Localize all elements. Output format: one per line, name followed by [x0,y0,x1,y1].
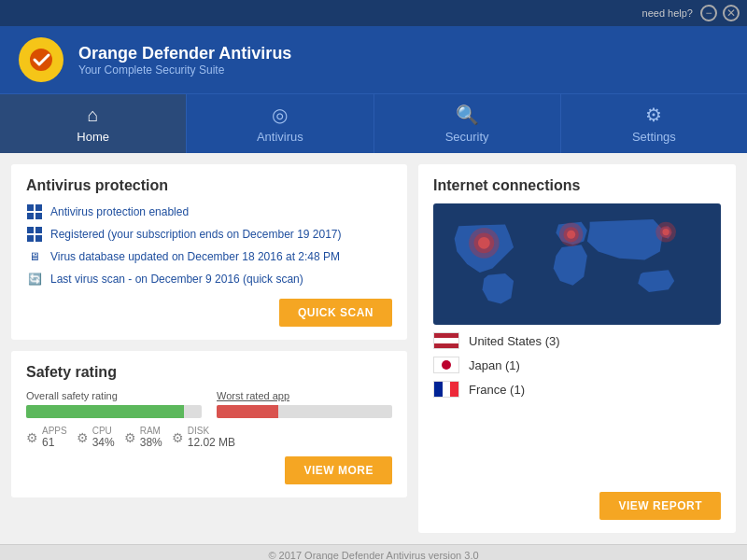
av-text-1: Antivirus protection enabled [50,205,189,218]
av-text-4: Last virus scan - on December 9 2016 (qu… [50,273,303,286]
overall-progress-fill [26,405,184,418]
clock-icon: 🔄 [26,271,43,287]
stat-disk: ⚙ DISK 12.02 MB [172,426,235,449]
stat-disk-text: DISK 12.02 MB [188,426,235,449]
internet-card: Internet connections [418,164,736,533]
ram-gear-icon: ⚙ [124,430,136,445]
antivirus-card: Antivirus protection Antivirus protectio… [11,164,407,340]
av-item-1: Antivirus protection enabled [26,203,392,220]
stat-ram-text: RAM 38% [140,426,162,449]
app-subtitle: Your Complete Security Suite [78,63,291,77]
home-icon: ⌂ [88,105,99,126]
help-label: need help? [642,7,693,19]
stat-apps: ⚙ APPS 61 [26,426,67,449]
disk-label: DISK [188,426,235,436]
cpu-label: CPU [92,426,115,436]
tab-home[interactable]: ⌂ Home [0,94,187,153]
stat-apps-text: APPS 61 [42,426,67,449]
app-logo [19,37,63,82]
tab-security[interactable]: 🔍 Security [374,94,561,153]
svg-point-0 [29,48,53,72]
cpu-value: 34% [92,436,115,449]
minimize-button[interactable]: − [700,5,717,21]
view-more-row: VIEW MORE [26,449,392,484]
world-map [433,203,721,325]
view-report-row: VIEW REPORT [433,481,721,520]
apps-label: APPS [42,426,67,436]
connection-fr: France (1) [433,381,721,398]
av-item-2: Registered (your subscription ends on De… [26,226,392,243]
flag-fr [433,381,459,398]
right-panel: Internet connections [418,164,736,533]
overall-label: Overall safety rating [26,390,202,401]
worst-col: Worst rated app [217,390,392,418]
tab-antivirus[interactable]: ◎ Antivirus [187,94,374,153]
footer-text: © 2017 Orange Defender Antivirus version… [268,550,478,560]
av-text-2: Registered (your subscription ends on De… [50,228,342,241]
main-content: Antivirus protection Antivirus protectio… [0,153,747,544]
close-button[interactable]: ✕ [723,5,740,21]
worst-progress-fill [217,405,278,418]
safety-bars-row: Overall safety rating Worst rated app [26,390,392,418]
quick-scan-row: QUICK SCAN [26,293,392,327]
worst-progress-bg [217,405,392,418]
header-text: Orange Defender Antivirus Your Complete … [78,44,291,77]
jp-label: Japan (1) [469,358,520,372]
stats-row: ⚙ APPS 61 ⚙ CPU 34% ⚙ RAM [26,426,392,449]
overall-progress-bg [26,405,202,418]
antivirus-icon: ◎ [272,104,288,126]
av-text-3: Virus database updated on December 18 20… [50,250,340,263]
stat-ram: ⚙ RAM 38% [124,426,162,449]
worst-label: Worst rated app [217,390,392,401]
tab-security-label: Security [445,130,489,144]
av-item-3: 🖥 Virus database updated on December 18 … [26,248,392,265]
window-controls: − ✕ [700,5,740,21]
windows-icon-1 [26,203,43,220]
view-more-button[interactable]: VIEW MORE [285,456,392,484]
footer: © 2017 Orange Defender Antivirus version… [0,544,747,560]
tab-home-label: Home [77,130,109,144]
cpu-gear-icon: ⚙ [77,430,89,445]
connection-us: United States (3) [433,332,721,349]
flag-us [433,332,459,349]
monitor-icon: 🖥 [26,248,43,265]
windows-icon-2 [26,226,43,243]
tab-settings[interactable]: ⚙ Settings [561,94,747,153]
left-panel: Antivirus protection Antivirus protectio… [11,164,407,533]
stat-cpu: ⚙ CPU 34% [77,426,115,449]
svg-point-4 [478,237,490,249]
safety-card: Safety rating Overall safety rating Wors… [11,351,407,497]
ram-value: 38% [140,436,162,449]
ram-label: RAM [140,426,162,436]
app-name: Orange Defender Antivirus [78,44,291,63]
view-report-button[interactable]: VIEW REPORT [599,492,721,520]
flag-jp [433,357,459,373]
jp-circle [442,360,451,370]
apps-gear-icon: ⚙ [26,430,38,445]
av-item-4: 🔄 Last virus scan - on December 9 2016 (… [26,271,392,287]
antivirus-title: Antivirus protection [26,177,392,194]
us-label: United States (3) [469,334,560,348]
internet-title: Internet connections [433,177,721,194]
overall-col: Overall safety rating [26,390,202,418]
tab-antivirus-label: Antivirus [257,130,303,144]
settings-icon: ⚙ [645,104,662,126]
security-icon: 🔍 [456,104,479,126]
disk-gear-icon: ⚙ [172,430,184,445]
disk-value: 12.02 MB [188,436,235,449]
svg-point-10 [662,229,669,235]
apps-value: 61 [42,436,67,449]
title-bar: need help? − ✕ [0,0,747,26]
nav-tabs: ⌂ Home ◎ Antivirus 🔍 Security ⚙ Settings [0,93,747,153]
fr-label: France (1) [469,383,525,397]
connection-list: United States (3) Japan (1) France (1) [433,332,721,405]
stat-cpu-text: CPU 34% [92,426,115,449]
quick-scan-button[interactable]: QUICK SCAN [279,299,392,327]
tab-settings-label: Settings [632,130,676,144]
safety-title: Safety rating [26,364,392,381]
connection-jp: Japan (1) [433,357,721,373]
svg-point-7 [567,231,575,239]
app-header: Orange Defender Antivirus Your Complete … [0,26,747,93]
